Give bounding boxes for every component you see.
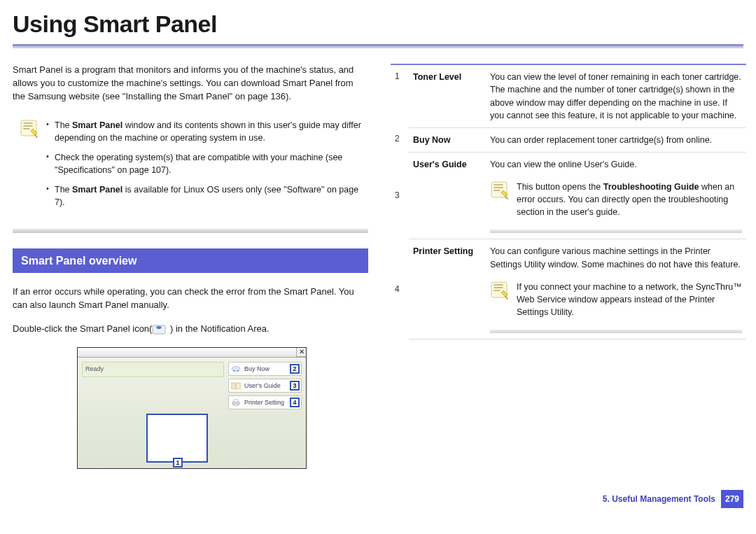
close-icon[interactable]: ✕ — [296, 348, 306, 357]
table-row: 4 Printer Setting You can configure vari… — [391, 239, 746, 339]
title-underline — [13, 44, 743, 48]
note-item: The Smart Panel window and its contents … — [46, 119, 368, 144]
callout-1: 1 — [173, 458, 183, 468]
row-label: Printer Setting — [409, 239, 486, 339]
right-column: 1 Toner Level You can view the level of … — [391, 64, 746, 469]
cart-icon — [230, 363, 241, 374]
divider — [490, 230, 742, 233]
note-item: The Smart Panel is available for Linux O… — [46, 183, 368, 209]
table-row: 3 User's Guide You can view the online U… — [391, 152, 746, 239]
page-number: 279 — [721, 490, 743, 508]
row-label: User's Guide — [409, 152, 486, 239]
users-guide-button[interactable]: User's Guide 3 — [228, 379, 302, 393]
page-title: Using Smart Panel — [13, 7, 743, 41]
row-label: Buy Now — [409, 127, 486, 152]
row-desc: You can view the online User's Guide. Th… — [486, 152, 746, 239]
row-desc: You can order replacement toner cartridg… — [486, 127, 746, 152]
buy-now-button[interactable]: Buy Now 2 — [228, 362, 302, 376]
note-icon — [490, 281, 510, 300]
note-icon — [20, 119, 39, 139]
book-icon — [230, 380, 241, 391]
instruction-para: Double-click the Smart Panel icon( ) in … — [13, 323, 368, 336]
row-label: Toner Level — [409, 64, 486, 127]
note-block: The Smart Panel window and its contents … — [13, 116, 368, 225]
smart-panel-window: ✕ Ready Buy Now 2 User's Guide 3 — [77, 347, 307, 469]
toner-area: 1 — [146, 414, 208, 463]
printer-icon — [230, 397, 241, 408]
note-item: Check the operating system(s) that are c… — [46, 151, 368, 176]
callout-4: 4 — [290, 398, 300, 407]
divider — [490, 330, 742, 333]
overview-para: If an error occurs while operating, you … — [13, 286, 368, 312]
smart-panel-tray-icon — [152, 323, 167, 336]
callout-3: 3 — [290, 381, 300, 391]
section-header: Smart Panel overview — [13, 248, 368, 273]
page-footer: 5. Useful Management Tools 279 — [13, 490, 743, 508]
intro-para: Smart Panel is a program that monitors a… — [13, 64, 368, 104]
left-column: Smart Panel is a program that monitors a… — [13, 64, 368, 469]
status-strip: Ready — [82, 362, 224, 377]
printer-setting-button[interactable]: Printer Setting 4 — [228, 395, 302, 409]
callout-2: 2 — [290, 364, 300, 374]
note-icon — [490, 181, 510, 200]
row-desc: You can view the level of toner remainin… — [486, 64, 746, 127]
table-row: 2 Buy Now You can order replacement tone… — [391, 127, 746, 152]
table-row: 1 Toner Level You can view the level of … — [391, 64, 746, 127]
row-desc: You can configure various machine settin… — [486, 239, 746, 339]
divider — [13, 229, 368, 233]
row-note: If you connect your machine to a network… — [517, 281, 742, 318]
chapter-label: 5. Useful Management Tools — [603, 493, 715, 505]
row-note: This button opens the Troubleshooting Gu… — [517, 181, 742, 218]
feature-table: 1 Toner Level You can view the level of … — [391, 64, 746, 339]
